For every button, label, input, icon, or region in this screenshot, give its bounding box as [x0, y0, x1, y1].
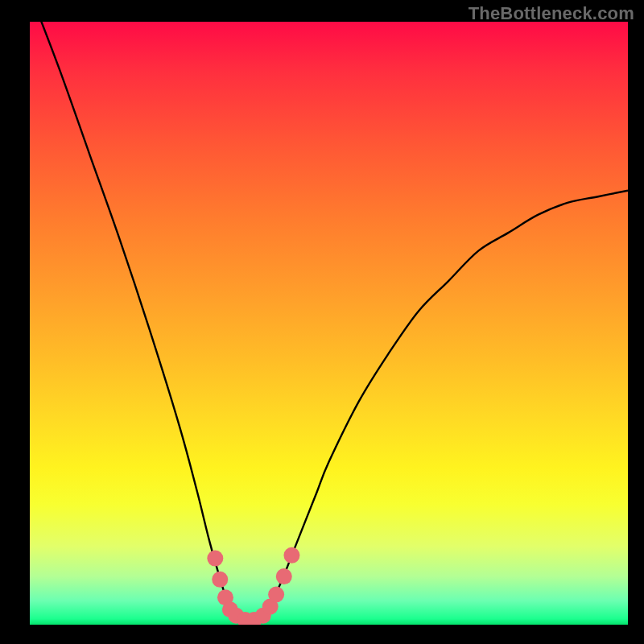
marker-point: [283, 547, 299, 564]
marker-point: [207, 551, 223, 567]
marker-group: [207, 547, 299, 625]
bottleneck-curve: [30, 22, 628, 625]
watermark-text: TheBottleneck.com: [469, 3, 634, 24]
chart-frame: TheBottleneck.com: [0, 0, 644, 644]
plot-area: [30, 22, 628, 625]
marker-point: [268, 587, 284, 603]
marker-point: [276, 568, 292, 584]
curve-layer: [30, 22, 628, 625]
marker-point: [212, 572, 228, 588]
